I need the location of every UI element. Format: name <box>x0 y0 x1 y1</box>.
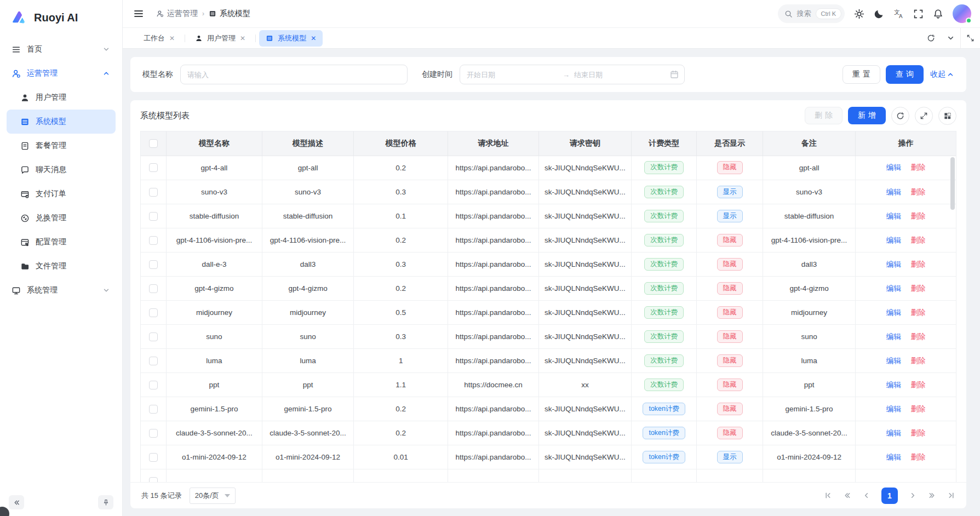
table-fullscreen-button[interactable] <box>915 107 933 125</box>
brand-row[interactable]: Ruoyi AI <box>0 0 122 35</box>
model-name-input[interactable] <box>180 65 408 84</box>
edit-link[interactable]: 编辑 <box>886 188 901 196</box>
row-checkbox[interactable] <box>149 429 158 438</box>
sidebar-item-package-management[interactable]: 套餐管理 <box>7 134 116 158</box>
tab-divider <box>255 35 256 42</box>
delete-link[interactable]: 删除 <box>911 284 926 293</box>
sidebar-item-config-management[interactable]: 配置管理 <box>7 230 116 254</box>
edit-link[interactable]: 编辑 <box>886 332 901 341</box>
delete-link[interactable]: 删除 <box>911 188 926 196</box>
select-all-checkbox[interactable] <box>149 139 158 148</box>
user-avatar[interactable] <box>953 4 971 23</box>
sidebar-item-operations[interactable]: 运营管理 <box>7 61 116 85</box>
row-checkbox[interactable] <box>149 260 158 269</box>
breadcrumb-system-model[interactable]: 系统模型 <box>209 9 250 19</box>
next-page-button[interactable] <box>909 491 917 500</box>
batch-delete-button[interactable]: 删除 <box>805 107 843 124</box>
last-page-button[interactable] <box>947 491 955 500</box>
delete-link[interactable]: 删除 <box>911 260 926 268</box>
sidebar-pin-button[interactable] <box>98 495 113 509</box>
next-5-pages-button[interactable] <box>928 491 936 500</box>
sidebar-item-system-model[interactable]: 系统模型 <box>7 110 116 134</box>
first-page-button[interactable] <box>824 491 832 500</box>
row-checkbox[interactable] <box>149 477 158 482</box>
tab-workbench[interactable]: 工作台 ✕ <box>137 30 181 47</box>
bell-icon[interactable] <box>933 9 943 19</box>
cell-visibility: 隐藏 <box>697 421 763 445</box>
tabbar-refresh-button[interactable] <box>921 28 941 48</box>
delete-link[interactable]: 删除 <box>911 236 926 244</box>
edit-link[interactable]: 编辑 <box>886 236 901 244</box>
date-range-picker[interactable]: → <box>460 65 685 84</box>
list-icon <box>209 10 216 18</box>
sidebar-item-chat-messages[interactable]: 聊天消息 <box>7 158 116 182</box>
prev-page-button[interactable] <box>862 491 870 500</box>
close-icon[interactable]: ✕ <box>311 35 316 42</box>
tab-user-management[interactable]: 用户管理 ✕ <box>188 30 252 47</box>
row-checkbox[interactable] <box>149 188 158 197</box>
delete-link[interactable]: 删除 <box>911 453 926 461</box>
current-page-button[interactable]: 1 <box>881 488 898 504</box>
collapse-link[interactable]: 收起 <box>930 70 954 79</box>
hamburger-icon[interactable] <box>133 8 144 19</box>
prev-5-pages-button[interactable] <box>843 491 851 500</box>
delete-link[interactable]: 删除 <box>911 357 926 365</box>
sidebar-item-file-management[interactable]: 文件管理 <box>7 254 116 278</box>
tab-system-model[interactable]: 系统模型 ✕ <box>259 30 323 47</box>
edit-link[interactable]: 编辑 <box>886 405 901 413</box>
table-columns-button[interactable] <box>938 107 956 125</box>
sidebar-item-exchange-management[interactable]: 兑换管理 <box>7 206 116 230</box>
global-search[interactable]: 搜索 Ctrl K <box>778 4 845 23</box>
edit-link[interactable]: 编辑 <box>886 429 901 437</box>
sidebar-item-home[interactable]: 首页 <box>7 37 116 61</box>
delete-link[interactable]: 删除 <box>911 381 926 389</box>
row-checkbox[interactable] <box>149 381 158 389</box>
close-icon[interactable]: ✕ <box>169 35 175 42</box>
row-checkbox[interactable] <box>149 284 158 293</box>
row-checkbox[interactable] <box>149 212 158 221</box>
end-date-input[interactable] <box>574 71 666 79</box>
start-date-input[interactable] <box>467 71 558 79</box>
edit-link[interactable]: 编辑 <box>886 163 901 171</box>
delete-link[interactable]: 删除 <box>911 332 926 341</box>
sidebar-item-system-management[interactable]: 系统管理 <box>7 278 116 302</box>
sidebar-item-label: 运营管理 <box>27 68 102 78</box>
translate-icon[interactable]: 文 A <box>893 9 904 19</box>
row-checkbox[interactable] <box>149 236 158 245</box>
sidebar-item-user-management[interactable]: 用户管理 <box>7 85 116 110</box>
sidebar-item-payment-orders[interactable]: 支付订单 <box>7 182 116 206</box>
reset-button[interactable]: 重置 <box>843 65 880 84</box>
table-scrollbar[interactable] <box>950 157 955 210</box>
row-select-cell <box>141 156 166 180</box>
fullscreen-icon[interactable] <box>913 9 924 19</box>
tabbar-more-button[interactable] <box>941 28 960 48</box>
table-refresh-button[interactable] <box>891 107 909 125</box>
delete-link[interactable]: 删除 <box>911 429 926 437</box>
row-checkbox[interactable] <box>149 357 158 365</box>
close-icon[interactable]: ✕ <box>240 35 245 42</box>
row-checkbox[interactable] <box>149 453 158 462</box>
delete-link[interactable]: 删除 <box>911 163 926 171</box>
row-checkbox[interactable] <box>149 163 158 172</box>
edit-link[interactable]: 编辑 <box>886 284 901 293</box>
breadcrumb-operations[interactable]: 运营管理 <box>156 9 198 19</box>
add-button[interactable]: 新增 <box>848 107 886 124</box>
sidebar-collapse-button[interactable] <box>9 495 24 509</box>
tabbar-layout-button[interactable] <box>960 28 980 48</box>
query-button[interactable]: 查询 <box>886 65 924 84</box>
row-checkbox[interactable] <box>149 332 158 341</box>
delete-link[interactable]: 删除 <box>911 308 926 317</box>
edit-link[interactable]: 编辑 <box>886 357 901 365</box>
edit-link[interactable]: 编辑 <box>886 260 901 268</box>
edit-link[interactable]: 编辑 <box>886 308 901 317</box>
edit-link[interactable]: 编辑 <box>886 453 901 461</box>
row-checkbox[interactable] <box>149 405 158 414</box>
delete-link[interactable]: 删除 <box>911 405 926 413</box>
edit-link[interactable]: 编辑 <box>886 212 901 220</box>
gear-icon[interactable] <box>854 9 864 19</box>
dark-mode-moon-icon[interactable] <box>874 9 884 19</box>
row-checkbox[interactable] <box>149 308 158 317</box>
edit-link[interactable]: 编辑 <box>886 381 901 389</box>
page-size-select[interactable]: 20条/页 <box>190 488 236 504</box>
delete-link[interactable]: 删除 <box>911 212 926 220</box>
